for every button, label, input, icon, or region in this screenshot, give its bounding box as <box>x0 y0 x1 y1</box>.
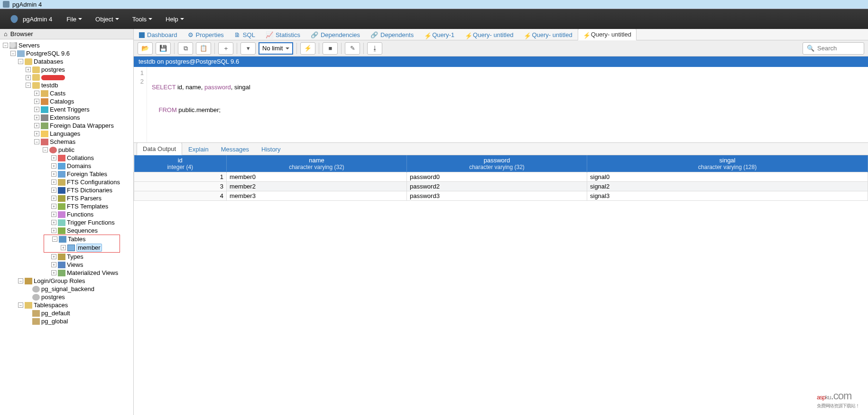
tree-extensions[interactable]: +Extensions <box>0 113 133 122</box>
save-button[interactable]: 💾 <box>156 42 171 55</box>
result-grid[interactable]: idinteger (4)namecharacter varying (32)p… <box>134 155 868 415</box>
limit-select[interactable]: No limit <box>259 42 293 55</box>
watermark: aspku.com 免费网络资源下载站！ <box>817 388 859 409</box>
rtab-explain[interactable]: Explain <box>182 143 215 155</box>
tree-login-roles[interactable]: −Login/Group Roles <box>0 277 133 285</box>
chart-icon: 📈 <box>266 31 273 38</box>
tree-event-triggers[interactable]: +Event Triggers <box>0 105 133 113</box>
sql-text[interactable]: SELECT id, name, password, singal FROM p… <box>147 67 255 142</box>
table-row[interactable]: 4member3password3signal3 <box>134 191 868 201</box>
table-row[interactable]: 3member2password2signal2 <box>134 182 868 191</box>
tab-statistics[interactable]: 📈Statistics <box>260 29 305 40</box>
topbar: pgAdmin 4 File Object Tools Help <box>0 9 868 29</box>
document-icon: 🗎 <box>234 31 240 38</box>
tree-fts-dict[interactable]: +FTS Dictionaries <box>0 186 133 194</box>
tree-pg-signal-backend[interactable]: pg_signal_backend <box>0 285 133 293</box>
logo: pgAdmin 4 <box>9 14 52 24</box>
table-row[interactable]: 1member0password0signal0 <box>134 172 868 182</box>
col-name[interactable]: namecharacter varying (32) <box>227 155 407 172</box>
tree-server-pg96[interactable]: −PostgreSQL 9.6 <box>0 49 133 57</box>
tree-fts-pars[interactable]: +FTS Parsers <box>0 194 133 202</box>
gear-icon: ⚙ <box>188 31 194 38</box>
browser-panel: ⌂ Browser −Servers −PostgreSQL 9.6 −Data… <box>0 29 134 415</box>
tab-query-untitled-active[interactable]: ⚡Query- untitled <box>578 29 637 40</box>
tab-query-untitled-b[interactable]: ⚡Query- untitled <box>518 29 577 40</box>
pencil-icon: ✎ <box>350 45 355 52</box>
tree-public[interactable]: −public <box>0 146 133 154</box>
tab-properties[interactable]: ⚙Properties <box>183 29 229 40</box>
tree-trigger-functions[interactable]: +Trigger Functions <box>0 218 133 226</box>
tree-mat-views[interactable]: +Materialized Views <box>0 269 133 277</box>
open-button[interactable]: 📂 <box>138 42 153 55</box>
tree-role-postgres[interactable]: postgres <box>0 293 133 301</box>
tree-tablespaces[interactable]: −Tablespaces <box>0 301 133 309</box>
add-button[interactable]: ＋ <box>218 42 233 55</box>
rtab-data-output[interactable]: Data Output <box>137 142 182 155</box>
paste-icon: 📋 <box>200 45 207 52</box>
tree-casts[interactable]: +Casts <box>0 89 133 97</box>
tree-domains[interactable]: +Domains <box>0 162 133 170</box>
tab-query-1[interactable]: ⚡Query-1 <box>419 29 460 40</box>
tab-query-untitled-a[interactable]: ⚡Query- untitled <box>460 29 518 40</box>
tree-sequences[interactable]: +Sequences <box>0 226 133 235</box>
tree-fts-conf[interactable]: +FTS Configurations <box>0 178 133 186</box>
sql-editor[interactable]: 12 SELECT id, name, password, singal FRO… <box>134 67 868 143</box>
stop-button[interactable]: ■ <box>323 42 338 55</box>
rtab-messages[interactable]: Messages <box>215 143 255 155</box>
tree-pg-global[interactable]: pg_global <box>0 317 133 325</box>
tree-tables[interactable]: −Tables <box>45 235 119 243</box>
menu-object[interactable]: Object <box>95 16 119 23</box>
col-id[interactable]: idinteger (4) <box>134 155 227 172</box>
connection-status: testdb on postgres@PostgreSQL 9.6 <box>134 57 868 67</box>
link-icon: 🔗 <box>311 31 318 38</box>
download-icon: ⭳ <box>372 45 378 52</box>
copy-button[interactable]: ⧉ <box>178 42 193 55</box>
window-title: pgAdmin 4 <box>12 1 42 8</box>
tab-dependents[interactable]: 🔗Dependents <box>365 29 419 40</box>
search-box[interactable]: 🔍 <box>803 42 864 55</box>
menu-help[interactable]: Help <box>166 16 184 23</box>
plus-icon: ＋ <box>223 44 229 53</box>
browser-title: Browser <box>10 30 33 38</box>
menu-file[interactable]: File <box>66 16 82 23</box>
menu-tools[interactable]: Tools <box>132 16 152 23</box>
grid-header-row: idinteger (4)namecharacter varying (32)p… <box>134 155 868 172</box>
tree-types[interactable]: +Types <box>0 253 133 261</box>
tree-servers[interactable]: −Servers <box>0 41 133 49</box>
download-button[interactable]: ⭳ <box>367 42 382 55</box>
execute-button[interactable]: ⚡ <box>300 42 315 55</box>
paste-button[interactable]: 📋 <box>196 42 211 55</box>
query-toolbar: 📂 💾 ⧉ 📋 ＋ ▾ No limit ⚡ ■ ✎ ⭳ 🔍 <box>134 40 868 57</box>
tree-databases[interactable]: −Databases <box>0 57 133 66</box>
tree-foreign-tables[interactable]: +Foreign Tables <box>0 170 133 178</box>
tree-pg-default[interactable]: pg_default <box>0 309 133 317</box>
tree-catalogs[interactable]: +Catalogs <box>0 97 133 105</box>
tree-fdw[interactable]: +Foreign Data Wrappers <box>0 122 133 130</box>
tree-db-postgres[interactable]: +postgres <box>0 66 133 74</box>
col-singal[interactable]: singalcharacter varying (128) <box>587 155 868 172</box>
filter-button[interactable]: ▾ <box>240 42 256 55</box>
col-password[interactable]: passwordcharacter varying (32) <box>407 155 587 172</box>
bolt-icon: ⚡ <box>524 32 529 38</box>
tab-sql[interactable]: 🗎SQL <box>229 29 260 40</box>
rtab-history[interactable]: History <box>255 143 286 155</box>
save-icon: 💾 <box>159 45 167 52</box>
tree-fts-tmpl[interactable]: +FTS Templates <box>0 202 133 210</box>
edit-button[interactable]: ✎ <box>345 42 360 55</box>
app-icon <box>3 1 9 8</box>
home-icon: ⌂ <box>4 30 8 38</box>
search-input[interactable] <box>817 45 860 52</box>
dashboard-icon <box>139 32 145 38</box>
tab-dashboard[interactable]: Dashboard <box>134 29 183 40</box>
tree-views[interactable]: +Views <box>0 261 133 269</box>
tree-db-testdb[interactable]: −testdb <box>0 81 133 89</box>
tab-dependencies[interactable]: 🔗Dependencies <box>305 29 365 40</box>
tree-collations[interactable]: +Collations <box>0 154 133 162</box>
search-icon: 🔍 <box>807 45 814 52</box>
tree-languages[interactable]: +Languages <box>0 130 133 138</box>
folder-open-icon: 📂 <box>141 45 149 52</box>
tree-table-member[interactable]: +member <box>45 243 119 252</box>
tree-schemas[interactable]: −Schemas <box>0 138 133 146</box>
tree-db-redacted[interactable]: + <box>0 74 133 81</box>
tree-functions[interactable]: +Functions <box>0 210 133 218</box>
